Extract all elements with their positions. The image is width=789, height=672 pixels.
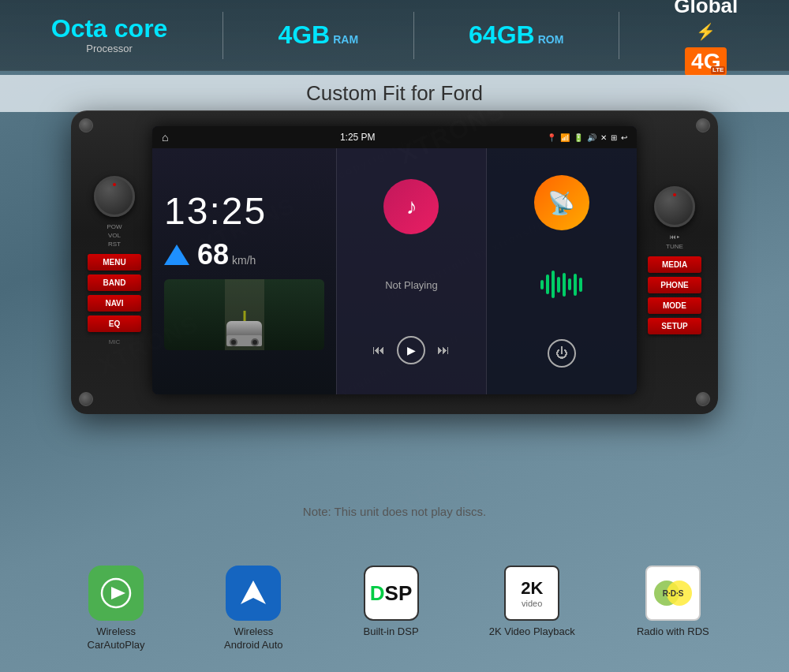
status-bar: ⌂ 1:25 PM 📍 📶 🔋 🔊 ✕ ⊞ ↩ — [152, 126, 637, 148]
rom-amount: 64GB — [469, 21, 535, 50]
screw-top-right — [696, 118, 710, 133]
vol-label: VOL — [108, 232, 121, 239]
menu-button[interactable]: MENU — [88, 254, 141, 271]
speed-arrow — [164, 245, 189, 265]
status-time: 1:25 PM — [340, 132, 376, 143]
prev-track-icon[interactable]: ⏮▶ — [670, 233, 679, 241]
carplay-svg — [99, 576, 133, 610]
music-icon: ♪ — [383, 179, 439, 234]
divider-1 — [222, 12, 223, 59]
android-auto-label: WirelessAndroid Auto — [224, 625, 282, 652]
audio-waves — [540, 269, 582, 301]
svg-text:R·D·S: R·D·S — [663, 589, 684, 598]
speed-display: 68 km/h — [164, 238, 324, 271]
rom-label: ROM — [538, 33, 564, 46]
2k-icon-box: 2K video — [504, 566, 559, 621]
prev-icon[interactable]: ⏮ — [372, 343, 385, 357]
screw-top-left — [79, 118, 93, 133]
unit-inner: POW VOL RST MENU BAND NAVI EQ MIC — [83, 126, 706, 394]
dsp-sp-letters: SP — [385, 581, 413, 606]
home-icon[interactable]: ⌂ — [162, 131, 168, 144]
screw-bottom-left — [79, 392, 93, 406]
processor-name: Octa core — [51, 16, 168, 41]
pow-label: POW — [107, 223, 122, 230]
video-label: video — [522, 599, 542, 608]
screen-left-panel: 13:25 68 km/h — [152, 148, 336, 394]
head-unit-container: POW VOL RST MENU BAND NAVI EQ MIC — [71, 110, 718, 414]
feature-carplay: WirelessCarAutoPlay — [77, 566, 155, 652]
car-silhouette — [226, 319, 262, 346]
2k-text: 2K — [521, 578, 543, 599]
mic-label: MIC — [109, 338, 121, 345]
android-auto-svg — [236, 576, 271, 610]
global-label: Global — [674, 0, 738, 16]
divider-2 — [413, 12, 414, 59]
next-icon[interactable]: ⏭ — [437, 343, 450, 357]
tune-knob[interactable] — [654, 186, 695, 227]
rst-label: RST — [108, 241, 121, 248]
carplay-icon-box — [88, 566, 144, 621]
phone-button[interactable]: PHONE — [648, 277, 701, 293]
close-icon: ✕ — [600, 133, 607, 142]
power-button[interactable]: ⏻ — [548, 339, 576, 368]
features-row: WirelessCarAutoPlay WirelessAndroid Auto… — [0, 566, 789, 652]
dsp-label: Built-in DSP — [364, 625, 419, 639]
status-left: ⌂ — [162, 131, 168, 144]
2k-label: 2K Video Playback — [489, 625, 575, 639]
4g-badge: 4G LTE — [685, 47, 727, 76]
watermark-copyright-4: ////// copyright by xtrons////// — [243, 475, 414, 563]
screen-wrapper: ⌂ 1:25 PM 📍 📶 🔋 🔊 ✕ ⊞ ↩ — [152, 126, 637, 394]
screen-mid-panel: ♪ Not Playing ⏮ ▶ ⏭ — [336, 148, 486, 394]
screw-bottom-right — [696, 392, 710, 406]
feature-2k: 2K video 2K Video Playback — [489, 566, 575, 639]
right-panel: ⏮▶ TUNE MEDIA PHONE MODE SETUP — [643, 186, 706, 334]
rom-spec: 64GB ROM — [469, 21, 563, 50]
feature-android-auto: WirelessAndroid Auto — [214, 566, 293, 652]
android-auto-icon-box — [226, 566, 281, 621]
power-knob[interactable] — [94, 176, 135, 217]
clock-display: 13:25 — [164, 192, 324, 230]
left-panel: POW VOL RST MENU BAND NAVI EQ MIC — [83, 176, 146, 345]
dsp-icon-box: DSP — [364, 566, 419, 621]
screen[interactable]: ⌂ 1:25 PM 📍 📶 🔋 🔊 ✕ ⊞ ↩ — [152, 126, 637, 394]
play-button[interactable]: ▶ — [397, 336, 425, 364]
wifi-icon: 📶 — [560, 133, 570, 142]
dsp-d-letter: D — [370, 581, 385, 606]
band-button[interactable]: BAND — [88, 274, 141, 291]
tune-label: TUNE — [666, 243, 683, 250]
speed-value: 68 — [197, 238, 229, 271]
eq-button[interactable]: EQ — [88, 315, 141, 332]
battery-icon: 🔋 — [574, 133, 583, 142]
rds-svg: R·D·S — [653, 573, 694, 614]
transport-buttons: ⏮▶ TUNE — [666, 233, 683, 250]
specs-bar: Octa core Processor 4GB RAM 64GB ROM Glo… — [0, 0, 789, 71]
feature-dsp: DSP Built-in DSP — [352, 566, 431, 639]
music-controls: ⏮ ▶ ⏭ — [372, 336, 450, 364]
music-note-icon: ♪ — [406, 194, 417, 219]
media-button[interactable]: MEDIA — [648, 256, 701, 273]
setup-button[interactable]: SETUP — [648, 318, 701, 334]
svg-marker-2 — [241, 581, 266, 604]
not-playing-label: Not Playing — [385, 279, 437, 291]
mode-button[interactable]: MODE — [648, 297, 701, 314]
ram-spec: 4GB RAM — [278, 21, 358, 50]
pow-vol-labels: POW VOL RST — [107, 223, 122, 248]
rds-icon-box: R·D·S — [645, 566, 701, 621]
rds-label: Radio with RDS — [637, 625, 709, 639]
screen-icon: ⊞ — [611, 133, 617, 142]
back-icon: ↩ — [621, 133, 627, 142]
volume-icon: 🔊 — [587, 133, 596, 142]
ram-amount: 4GB — [278, 21, 330, 50]
rds-badge-container: R·D·S — [653, 573, 694, 614]
carplay-label: WirelessCarAutoPlay — [88, 625, 145, 652]
left-buttons: MENU BAND NAVI EQ — [88, 254, 141, 332]
divider-3 — [619, 12, 619, 59]
connectivity-spec: Global ⚡ 4G LTE — [674, 0, 738, 76]
lte-badge: LTE — [711, 66, 726, 74]
screen-right-panel: 📡 ⏻ — [487, 148, 637, 394]
speed-unit: km/h — [232, 254, 256, 267]
navi-button[interactable]: NAVI — [88, 295, 141, 312]
lightning-icon: ⚡ — [696, 22, 716, 41]
screen-content: 13:25 68 km/h — [152, 148, 637, 394]
android-auto-icon: 📡 — [534, 175, 589, 230]
